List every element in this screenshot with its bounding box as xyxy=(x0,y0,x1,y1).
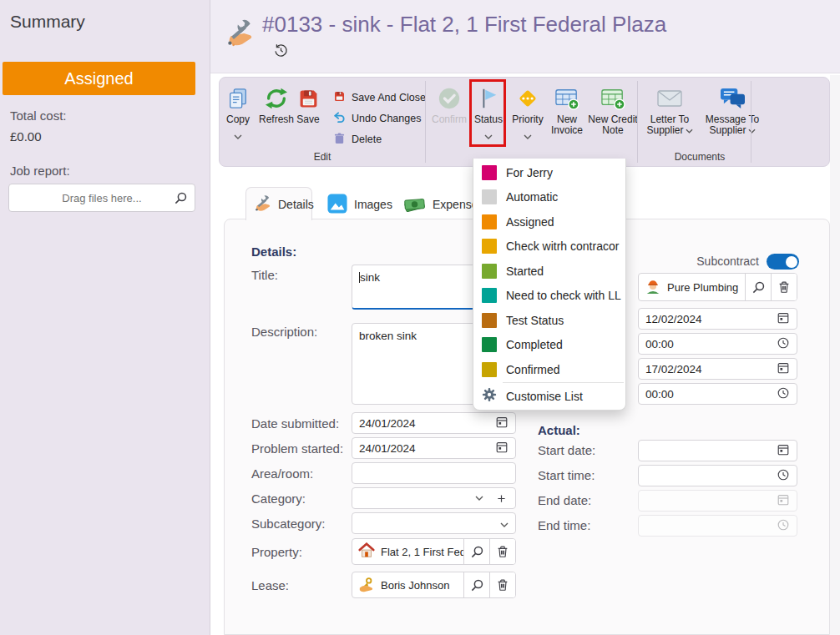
priority-button[interactable]: Priority xyxy=(509,81,547,151)
subcontract-toggle[interactable] xyxy=(767,254,799,270)
toggle-knob xyxy=(786,256,797,268)
letter-to-supplier-label: Letter To Supplier xyxy=(642,114,697,136)
chevron-down-icon[interactable] xyxy=(468,496,490,501)
search-icon[interactable] xyxy=(174,191,188,209)
property-picker[interactable]: Flat 2, 1 First Fede xyxy=(352,538,516,565)
category-field[interactable] xyxy=(352,487,516,509)
area-room-field[interactable] xyxy=(352,462,516,484)
search-icon[interactable] xyxy=(463,572,489,597)
lease-value: Boris Johnson xyxy=(381,579,449,592)
status-button[interactable]: Status xyxy=(470,81,507,151)
new-invoice-label: New Invoice xyxy=(547,114,587,136)
status-menu-item[interactable]: Confirmed xyxy=(473,357,625,382)
subcontract-start-time-field[interactable]: 00:00 xyxy=(638,333,797,355)
status-menu-item[interactable]: Check witrh contracor xyxy=(473,234,625,260)
save-button[interactable]: Save xyxy=(290,81,326,151)
clock-icon[interactable] xyxy=(777,468,790,484)
confirm-button: Confirm xyxy=(430,81,468,151)
letter-to-supplier-button[interactable]: Letter To Supplier xyxy=(642,81,697,151)
expenses-tab-icon xyxy=(402,194,426,216)
calendar-icon[interactable] xyxy=(777,311,790,327)
add-category-button[interactable] xyxy=(490,494,512,503)
search-icon[interactable] xyxy=(745,274,771,300)
clock-icon[interactable] xyxy=(777,386,790,402)
chevron-down-icon xyxy=(234,128,242,143)
subcontract-end-time-field[interactable]: 00:00 xyxy=(638,383,797,405)
status-menu-item-label: Assigned xyxy=(506,215,554,229)
status-menu-item-label: Need to check with LL xyxy=(506,289,621,302)
new-invoice-button[interactable]: New Invoice xyxy=(547,81,587,151)
calendar-icon xyxy=(777,493,790,509)
actual-start-date-field[interactable] xyxy=(638,440,797,461)
date-submitted-field[interactable]: 24/01/2024 xyxy=(352,412,516,434)
calendar-icon[interactable] xyxy=(777,361,790,377)
title-label: Title: xyxy=(251,268,278,282)
subcontract-end-date-field[interactable]: 17/02/2024 xyxy=(638,358,797,380)
calendar-icon[interactable] xyxy=(495,441,509,456)
total-cost-value: £0.00 xyxy=(10,129,42,144)
calendar-icon[interactable] xyxy=(495,416,509,431)
status-menu-item[interactable]: For Jerry xyxy=(473,160,625,185)
chat-bubbles-icon xyxy=(720,84,746,113)
status-label: Status xyxy=(474,114,503,125)
search-icon[interactable] xyxy=(463,539,489,564)
tab-expenses[interactable]: Expenses xyxy=(402,192,479,217)
status-menu-item-label: Test Status xyxy=(506,314,564,327)
status-color-swatch xyxy=(482,313,497,328)
page-title: #0133 - sink - Flat 2, 1 First Federal P… xyxy=(262,12,666,38)
subcontract-start-date-field[interactable]: 12/02/2024 xyxy=(638,308,797,330)
area-room-label: Area/room: xyxy=(251,466,313,481)
customise-list-label: Customise List xyxy=(506,390,583,403)
confirm-label: Confirm xyxy=(432,114,467,125)
customise-list-item[interactable]: Customise List xyxy=(473,383,625,410)
clock-icon[interactable] xyxy=(777,336,790,352)
property-value: Flat 2, 1 First Fede xyxy=(381,546,463,558)
chevron-down-icon xyxy=(686,125,693,136)
tab-details[interactable]: Details xyxy=(245,187,312,220)
status-badge-button[interactable]: Assigned xyxy=(3,62,195,95)
delete-button[interactable]: Delete xyxy=(333,130,382,149)
save-label: Save xyxy=(296,114,319,125)
key-handover-icon xyxy=(358,576,375,595)
message-to-supplier-button[interactable]: Message To Supplier xyxy=(701,81,764,151)
status-menu-item[interactable]: Test Status xyxy=(473,308,625,333)
trash-icon[interactable] xyxy=(489,572,515,597)
status-menu-item[interactable]: Completed xyxy=(473,333,625,358)
problem-started-field[interactable]: 24/01/2024 xyxy=(352,437,516,459)
trash-icon[interactable] xyxy=(489,539,515,564)
status-menu-item[interactable]: Need to check with LL xyxy=(473,284,625,309)
save-and-close-button[interactable]: Save And Close xyxy=(333,88,426,107)
property-label: Property: xyxy=(251,545,302,559)
new-credit-note-button[interactable]: New Credit Note xyxy=(587,81,639,151)
delete-label: Delete xyxy=(352,134,382,145)
subcategory-field[interactable] xyxy=(352,512,516,534)
summary-sidebar: Summary Assigned Total cost: £0.00 Job r… xyxy=(0,0,210,635)
calendar-icon[interactable] xyxy=(777,443,790,459)
job-report-input[interactable] xyxy=(9,184,195,211)
actual-end-date-label: End date: xyxy=(538,493,591,507)
message-to-supplier-label: Message To Supplier xyxy=(701,114,764,136)
lease-picker[interactable]: Boris Johnson xyxy=(352,572,516,598)
job-report-dropzone[interactable] xyxy=(8,184,195,212)
lease-label: Lease: xyxy=(251,578,289,592)
status-menu-item[interactable]: Started xyxy=(473,259,625,284)
trash-icon[interactable] xyxy=(771,274,797,300)
status-menu-item[interactable]: Assigned xyxy=(473,209,625,234)
undo-changes-label: Undo Changes xyxy=(352,113,421,124)
history-icon[interactable] xyxy=(274,43,288,61)
copy-button[interactable]: Copy xyxy=(220,81,256,151)
images-tab-icon xyxy=(327,194,347,216)
undo-icon xyxy=(333,111,346,127)
edit-group-label: Edit xyxy=(220,151,425,163)
chevron-down-icon[interactable] xyxy=(500,517,509,530)
status-flag-icon xyxy=(477,84,500,113)
status-menu-item[interactable]: Automatic xyxy=(473,185,625,210)
worker-icon xyxy=(645,278,661,297)
problem-started-label: Problem started: xyxy=(251,441,343,456)
tab-images[interactable]: Images xyxy=(327,192,394,217)
undo-changes-button[interactable]: Undo Changes xyxy=(333,109,421,128)
ribbon-toolbar: Copy Refresh Save Save And Close Undo Ch… xyxy=(219,77,830,167)
save-and-close-label: Save And Close xyxy=(352,92,426,103)
supplier-picker[interactable]: Pure Plumbing xyxy=(638,273,797,301)
actual-start-time-field[interactable] xyxy=(638,465,797,486)
